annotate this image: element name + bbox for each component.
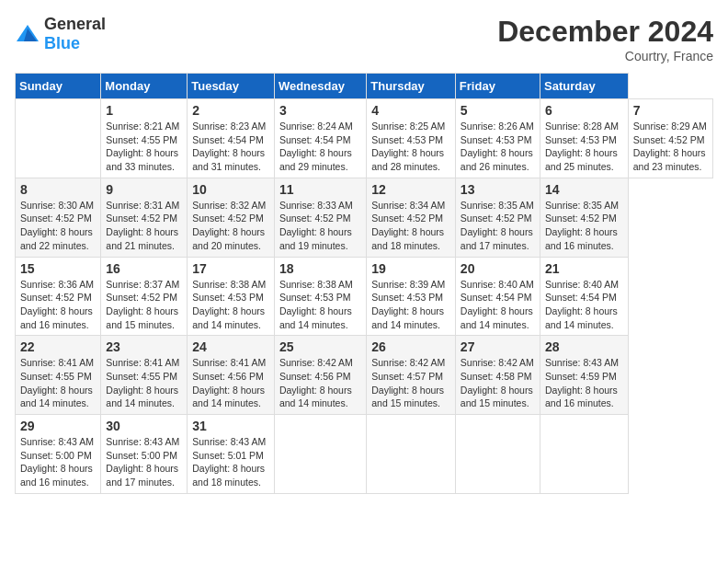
day-detail: Sunrise: 8:35 AMSunset: 4:52 PMDaylight:… <box>545 200 619 251</box>
day-detail: Sunrise: 8:33 AMSunset: 4:52 PMDaylight:… <box>279 200 353 251</box>
day-detail: Sunrise: 8:26 AMSunset: 4:53 PMDaylight:… <box>461 121 534 172</box>
day-detail: Sunrise: 8:43 AMSunset: 4:59 PMDaylight:… <box>545 357 619 408</box>
day-detail: Sunrise: 8:21 AMSunset: 4:55 PMDaylight:… <box>106 121 179 172</box>
calendar-cell: 12 Sunrise: 8:34 AMSunset: 4:52 PMDaylig… <box>367 178 456 257</box>
day-detail: Sunrise: 8:40 AMSunset: 4:54 PMDaylight:… <box>545 279 619 330</box>
day-number: 8 <box>20 182 96 197</box>
day-of-week-header: Friday <box>455 74 540 99</box>
day-number: 1 <box>106 103 182 118</box>
calendar-cell: 13 Sunrise: 8:35 AMSunset: 4:52 PMDaylig… <box>455 178 540 257</box>
day-number: 27 <box>461 339 535 354</box>
day-detail: Sunrise: 8:34 AMSunset: 4:52 PMDaylight:… <box>371 200 445 251</box>
day-number: 2 <box>192 103 269 118</box>
day-number: 14 <box>545 182 623 197</box>
calendar-cell: 1 Sunrise: 8:21 AMSunset: 4:55 PMDayligh… <box>101 99 188 178</box>
calendar-cell: 27 Sunrise: 8:42 AMSunset: 4:58 PMDaylig… <box>455 336 540 415</box>
day-number: 26 <box>371 339 450 354</box>
day-detail: Sunrise: 8:40 AMSunset: 4:54 PMDaylight:… <box>461 279 534 330</box>
day-of-week-header: Saturday <box>540 74 629 99</box>
day-number: 7 <box>633 103 708 118</box>
day-detail: Sunrise: 8:42 AMSunset: 4:57 PMDaylight:… <box>371 357 445 408</box>
header: General Blue December 2024 Courtry, Fran… <box>15 15 713 63</box>
logo-blue: Blue <box>44 34 80 52</box>
day-of-week-header: Sunday <box>16 74 101 99</box>
calendar-cell: 11 Sunrise: 8:33 AMSunset: 4:52 PMDaylig… <box>274 178 366 257</box>
calendar-cell: 25 Sunrise: 8:42 AMSunset: 4:56 PMDaylig… <box>274 336 366 415</box>
day-number: 31 <box>192 419 269 433</box>
calendar-cell: 28 Sunrise: 8:43 AMSunset: 4:59 PMDaylig… <box>540 336 629 415</box>
month-title: December 2024 <box>497 15 713 49</box>
day-detail: Sunrise: 8:43 AMSunset: 5:01 PMDaylight:… <box>192 436 266 488</box>
day-detail: Sunrise: 8:41 AMSunset: 4:56 PMDaylight:… <box>192 357 266 408</box>
calendar-cell: 20 Sunrise: 8:40 AMSunset: 4:54 PMDaylig… <box>455 257 540 336</box>
day-detail: Sunrise: 8:37 AMSunset: 4:52 PMDaylight:… <box>106 279 179 330</box>
day-detail: Sunrise: 8:25 AMSunset: 4:53 PMDaylight:… <box>371 121 445 172</box>
day-detail: Sunrise: 8:41 AMSunset: 4:55 PMDaylight:… <box>106 357 179 408</box>
day-detail: Sunrise: 8:43 AMSunset: 5:00 PMDaylight:… <box>106 436 179 488</box>
calendar-week-row: 8 Sunrise: 8:30 AMSunset: 4:52 PMDayligh… <box>16 178 713 257</box>
day-detail: Sunrise: 8:35 AMSunset: 4:52 PMDaylight:… <box>461 200 534 251</box>
day-of-week-header: Thursday <box>367 74 456 99</box>
calendar-week-row: 15 Sunrise: 8:36 AMSunset: 4:52 PMDaylig… <box>16 257 713 336</box>
calendar-cell: 17 Sunrise: 8:38 AMSunset: 4:53 PMDaylig… <box>188 257 275 336</box>
day-detail: Sunrise: 8:42 AMSunset: 4:58 PMDaylight:… <box>461 357 534 408</box>
day-number: 24 <box>192 339 269 354</box>
day-detail: Sunrise: 8:32 AMSunset: 4:52 PMDaylight:… <box>192 200 266 251</box>
calendar-cell: 9 Sunrise: 8:31 AMSunset: 4:52 PMDayligh… <box>101 178 188 257</box>
calendar-cell <box>16 99 101 178</box>
day-of-week-header: Wednesday <box>274 74 366 99</box>
calendar-cell: 16 Sunrise: 8:37 AMSunset: 4:52 PMDaylig… <box>101 257 188 336</box>
day-detail: Sunrise: 8:39 AMSunset: 4:53 PMDaylight:… <box>371 279 445 330</box>
day-detail: Sunrise: 8:38 AMSunset: 4:53 PMDaylight:… <box>279 279 353 330</box>
calendar-cell: 14 Sunrise: 8:35 AMSunset: 4:52 PMDaylig… <box>540 178 629 257</box>
day-of-week-header: Monday <box>101 74 188 99</box>
calendar-cell: 24 Sunrise: 8:41 AMSunset: 4:56 PMDaylig… <box>188 336 275 415</box>
calendar-cell: 15 Sunrise: 8:36 AMSunset: 4:52 PMDaylig… <box>16 257 101 336</box>
calendar-cell: 7 Sunrise: 8:29 AMSunset: 4:52 PMDayligh… <box>628 99 712 178</box>
calendar-cell: 8 Sunrise: 8:30 AMSunset: 4:52 PMDayligh… <box>16 178 101 257</box>
day-number: 16 <box>106 261 182 276</box>
day-number: 30 <box>106 419 182 433</box>
day-detail: Sunrise: 8:29 AMSunset: 4:52 PMDaylight:… <box>633 121 707 172</box>
day-of-week-header: Tuesday <box>188 74 275 99</box>
day-detail: Sunrise: 8:43 AMSunset: 5:00 PMDaylight:… <box>20 436 94 488</box>
calendar-week-row: 22 Sunrise: 8:41 AMSunset: 4:55 PMDaylig… <box>16 336 713 415</box>
calendar-cell: 21 Sunrise: 8:40 AMSunset: 4:54 PMDaylig… <box>540 257 629 336</box>
calendar-cell: 23 Sunrise: 8:41 AMSunset: 4:55 PMDaylig… <box>101 336 188 415</box>
day-number: 25 <box>279 339 361 354</box>
calendar-cell <box>274 415 366 494</box>
day-number: 17 <box>192 261 269 276</box>
logo-icon <box>15 21 40 47</box>
day-detail: Sunrise: 8:38 AMSunset: 4:53 PMDaylight:… <box>192 279 266 330</box>
day-number: 4 <box>371 103 450 118</box>
calendar-cell: 31 Sunrise: 8:43 AMSunset: 5:01 PMDaylig… <box>188 415 275 494</box>
calendar-cell: 19 Sunrise: 8:39 AMSunset: 4:53 PMDaylig… <box>367 257 456 336</box>
title-area: December 2024 Courtry, France <box>497 15 713 63</box>
day-number: 20 <box>461 261 535 276</box>
calendar-cell: 4 Sunrise: 8:25 AMSunset: 4:53 PMDayligh… <box>367 99 456 178</box>
day-number: 23 <box>106 339 182 354</box>
calendar-cell <box>367 415 456 494</box>
calendar-cell: 6 Sunrise: 8:28 AMSunset: 4:53 PMDayligh… <box>540 99 629 178</box>
day-detail: Sunrise: 8:24 AMSunset: 4:54 PMDaylight:… <box>279 121 353 172</box>
day-detail: Sunrise: 8:31 AMSunset: 4:52 PMDaylight:… <box>106 200 179 251</box>
calendar-cell: 5 Sunrise: 8:26 AMSunset: 4:53 PMDayligh… <box>455 99 540 178</box>
day-number: 21 <box>545 261 623 276</box>
calendar-header-row: SundayMondayTuesdayWednesdayThursdayFrid… <box>16 74 713 99</box>
day-number: 6 <box>545 103 623 118</box>
day-number: 11 <box>279 182 361 197</box>
day-number: 15 <box>20 261 96 276</box>
calendar-cell: 18 Sunrise: 8:38 AMSunset: 4:53 PMDaylig… <box>274 257 366 336</box>
calendar-week-row: 1 Sunrise: 8:21 AMSunset: 4:55 PMDayligh… <box>16 99 713 178</box>
day-detail: Sunrise: 8:30 AMSunset: 4:52 PMDaylight:… <box>20 200 94 251</box>
day-number: 9 <box>106 182 182 197</box>
day-number: 22 <box>20 339 96 354</box>
day-detail: Sunrise: 8:41 AMSunset: 4:55 PMDaylight:… <box>20 357 94 408</box>
day-number: 28 <box>545 339 623 354</box>
calendar-cell: 10 Sunrise: 8:32 AMSunset: 4:52 PMDaylig… <box>188 178 275 257</box>
day-detail: Sunrise: 8:42 AMSunset: 4:56 PMDaylight:… <box>279 357 353 408</box>
calendar-cell <box>455 415 540 494</box>
calendar-cell: 3 Sunrise: 8:24 AMSunset: 4:54 PMDayligh… <box>274 99 366 178</box>
day-number: 10 <box>192 182 269 197</box>
logo-general: General <box>44 15 106 33</box>
